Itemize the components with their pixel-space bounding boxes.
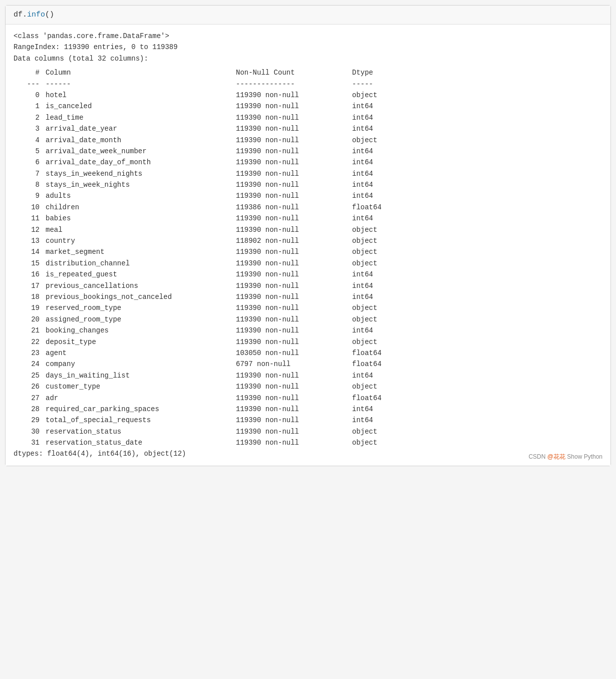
row-column: deposit_type — [44, 336, 234, 348]
row-nonnull: 119386 non-null — [234, 202, 344, 213]
row-column: is_repeated_guest — [44, 269, 234, 280]
row-dtype: int64 — [344, 213, 404, 224]
row-num: 31 — [14, 437, 44, 448]
row-dtype: object — [344, 336, 404, 348]
table-row: 23 agent 103050 non-null float64 — [14, 348, 602, 359]
row-num: 23 — [14, 348, 44, 359]
row-nonnull: 119390 non-null — [234, 302, 344, 313]
table-row: 15 distribution_channel 119390 non-null … — [14, 258, 602, 269]
row-dtype: int64 — [344, 415, 404, 426]
row-nonnull: 119390 non-null — [234, 325, 344, 336]
cell-output: <class 'pandas.core.frame.DataFrame'> Ra… — [6, 25, 610, 466]
row-column: adults — [44, 190, 234, 201]
row-num: 4 — [14, 135, 44, 146]
table-row: 3 arrival_date_year 119390 non-null int6… — [14, 123, 602, 134]
row-num: 20 — [14, 314, 44, 325]
row-nonnull: 119390 non-null — [234, 213, 344, 224]
output-line-datacolumns: Data columns (total 32 columns): — [14, 53, 602, 64]
row-column: stays_in_week_nights — [44, 179, 234, 190]
row-column: previous_cancellations — [44, 280, 234, 291]
row-num: 21 — [14, 325, 44, 336]
row-num: 18 — [14, 291, 44, 302]
cell-input[interactable]: df.info() — [6, 6, 610, 25]
row-column: assigned_room_type — [44, 314, 234, 325]
row-column: adr — [44, 393, 234, 404]
row-dtype: object — [344, 302, 404, 313]
row-nonnull: 119390 non-null — [234, 269, 344, 280]
row-num: 7 — [14, 168, 44, 179]
row-nonnull: 119390 non-null — [234, 112, 344, 123]
row-dtype: int64 — [344, 269, 404, 280]
row-dtype: int64 — [344, 291, 404, 302]
row-nonnull: 119390 non-null — [234, 90, 344, 101]
row-num: 6 — [14, 157, 44, 168]
row-column: hotel — [44, 90, 234, 101]
table-row: 11 babies 119390 non-null int64 — [14, 213, 602, 224]
watermark: CSDN @花花 Show Python — [528, 452, 602, 462]
table-row: 25 days_in_waiting_list 119390 non-null … — [14, 370, 602, 381]
row-nonnull: 119390 non-null — [234, 146, 344, 157]
table-row: 22 deposit_type 119390 non-null object — [14, 336, 602, 348]
table-row: 21 booking_changes 119390 non-null int64 — [14, 325, 602, 336]
table-row: 13 country 118902 non-null object — [14, 235, 602, 246]
row-num: 8 — [14, 179, 44, 190]
row-dtype: int64 — [344, 404, 404, 415]
row-dtype: int64 — [344, 325, 404, 336]
row-column: arrival_date_week_number — [44, 146, 234, 157]
row-dtype: object — [344, 437, 404, 448]
row-column: lead_time — [44, 112, 234, 123]
row-nonnull: 119390 non-null — [234, 179, 344, 190]
output-line-class: <class 'pandas.core.frame.DataFrame'> — [14, 31, 602, 42]
table-row: 7 stays_in_weekend_nights 119390 non-nul… — [14, 168, 602, 179]
table-row: 6 arrival_date_day_of_month 119390 non-n… — [14, 157, 602, 168]
row-dtype: float64 — [344, 359, 404, 370]
row-column: arrival_date_year — [44, 123, 234, 134]
row-dtype: int64 — [344, 190, 404, 201]
row-num: 17 — [14, 280, 44, 291]
row-dtype: object — [344, 224, 404, 235]
row-num: 3 — [14, 123, 44, 134]
row-dtype: int64 — [344, 370, 404, 381]
row-column: booking_changes — [44, 325, 234, 336]
row-dtype: int64 — [344, 168, 404, 179]
row-nonnull: 119390 non-null — [234, 291, 344, 302]
table-row: 19 reserved_room_type 119390 non-null ob… — [14, 302, 602, 313]
table-row: 31 reservation_status_date 119390 non-nu… — [14, 437, 602, 448]
row-num: 10 — [14, 202, 44, 213]
table-header-row: # Column Non-Null Count Dtype — [14, 67, 602, 78]
row-num: 29 — [14, 415, 44, 426]
table-row: 26 customer_type 119390 non-null object — [14, 381, 602, 392]
row-num: 28 — [14, 404, 44, 415]
row-dtype: object — [344, 258, 404, 269]
row-nonnull: 119390 non-null — [234, 101, 344, 112]
row-dtype: object — [344, 381, 404, 392]
sep-column: ------ — [44, 79, 234, 90]
cell-code: df.info() — [14, 11, 54, 19]
row-column: days_in_waiting_list — [44, 370, 234, 381]
row-dtype: float64 — [344, 348, 404, 359]
row-num: 15 — [14, 258, 44, 269]
header-nonnull: Non-Null Count — [234, 67, 344, 78]
table-row: 0 hotel 119390 non-null object — [14, 90, 602, 101]
row-nonnull: 119390 non-null — [234, 135, 344, 146]
row-nonnull: 119390 non-null — [234, 314, 344, 325]
row-column: reservation_status — [44, 426, 234, 437]
row-nonnull: 119390 non-null — [234, 370, 344, 381]
row-dtype: float64 — [344, 202, 404, 213]
row-dtype: int64 — [344, 112, 404, 123]
row-num: 27 — [14, 393, 44, 404]
row-column: arrival_date_month — [44, 135, 234, 146]
output-footer: dtypes: float64(4), int64(16), object(12… — [14, 448, 602, 459]
header-dtype: Dtype — [344, 67, 404, 78]
row-column: stays_in_weekend_nights — [44, 168, 234, 179]
table-row: 18 previous_bookings_not_canceled 119390… — [14, 291, 602, 302]
table-row: 20 assigned_room_type 119390 non-null ob… — [14, 314, 602, 325]
row-num: 19 — [14, 302, 44, 313]
row-nonnull: 119390 non-null — [234, 246, 344, 257]
sep-dtype: ----- — [344, 79, 404, 90]
row-num: 5 — [14, 146, 44, 157]
row-column: market_segment — [44, 246, 234, 257]
table-row: 16 is_repeated_guest 119390 non-null int… — [14, 269, 602, 280]
row-nonnull: 119390 non-null — [234, 224, 344, 235]
row-dtype: int64 — [344, 157, 404, 168]
